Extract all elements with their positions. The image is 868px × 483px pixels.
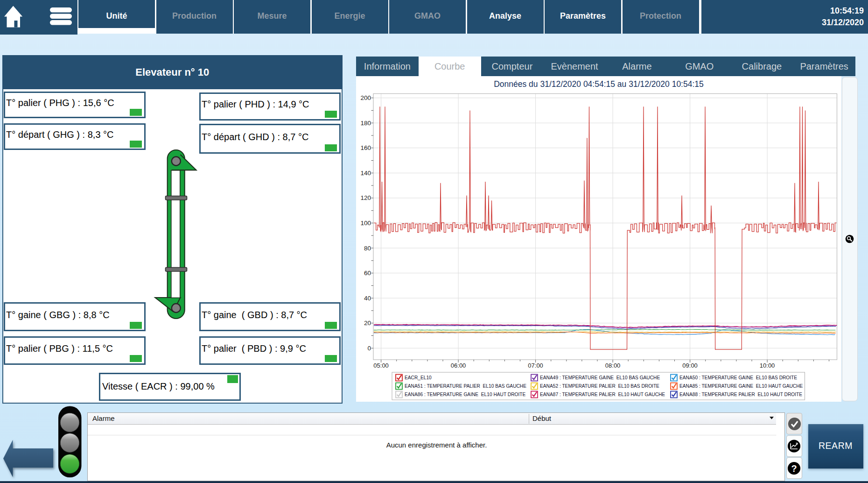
svg-text:EACR_EL10: EACR_EL10 [405, 375, 432, 380]
svg-text:EANA50 : TEMPERATURE GAINE EL: EANA50 : TEMPERATURE GAINE EL10 BAS DROI… [679, 375, 797, 380]
svg-text:EANA52 : TEMPERATURE PALIER E: EANA52 : TEMPERATURE PALIER EL10 BAS DRO… [540, 384, 659, 389]
svg-text:EANA88 : TEMPERATURE PALIER E: EANA88 : TEMPERATURE PALIER EL10 HAUT DR… [679, 392, 802, 397]
svg-text:EANA86 : TEMPERATURE GAINE EL: EANA86 : TEMPERATURE GAINE EL10 HAUT DRO… [405, 392, 525, 397]
svg-text:?: ? [791, 463, 797, 474]
svg-text:EANA87 : TEMPERATURE PALIER E: EANA87 : TEMPERATURE PALIER EL10 HAUT GA… [540, 392, 665, 397]
svg-text:EANA51 : TEMPERATURE PALIER E: EANA51 : TEMPERATURE PALIER EL10 BAS GAU… [405, 384, 526, 389]
svg-text:EANA85 : TEMPERATURE GAINE EL: EANA85 : TEMPERATURE GAINE EL10 HAUT GAU… [679, 384, 803, 389]
svg-text:EANA49 : TEMPERATURE GAINE EL: EANA49 : TEMPERATURE GAINE EL10 BAS GAUC… [540, 375, 660, 380]
